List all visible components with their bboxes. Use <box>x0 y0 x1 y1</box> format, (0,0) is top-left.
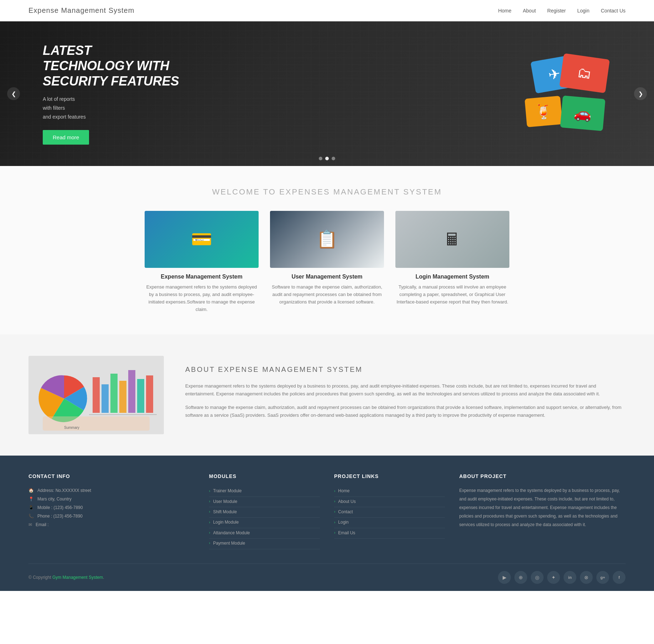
read-more-button[interactable]: Read more <box>43 130 89 145</box>
red-card-icon: 🗂 <box>559 53 610 93</box>
footer-modules-heading: MODULES <box>209 473 320 479</box>
footer-contact-heading: CONTACT INFO <box>28 473 195 479</box>
about-para2: Software to manage the expense claim, au… <box>185 404 626 419</box>
social-skype[interactable]: ◎ <box>531 571 544 584</box>
feature-card-expense: 💳 Expense Management System Expense mana… <box>145 211 259 313</box>
social-dribbble[interactable]: ⊗ <box>580 571 593 584</box>
hero-heading: LATEST TECHNOLOGY WITH SECURITY FEATURES <box>43 43 179 89</box>
feature-card-desc-user: Software to manage the expense claim, au… <box>270 284 384 306</box>
chevron-icon: › <box>209 487 210 495</box>
phone-icon: 📞 <box>28 512 34 520</box>
welcome-heading: WELCOME TO EXPENSES MANAGEMENT SYSTEM <box>28 187 626 197</box>
social-github[interactable]: ⊕ <box>514 571 527 584</box>
svg-text:Summary: Summary <box>64 426 79 430</box>
dot-2[interactable] <box>325 157 329 160</box>
footer-contact-col: CONTACT INFO 🏠 Address: No.XXXXXX street… <box>28 473 195 549</box>
nav-contact[interactable]: Contact Us <box>601 8 626 14</box>
footer-link-login[interactable]: › Login <box>334 518 445 528</box>
green-card-icon: 🚗 <box>560 95 605 131</box>
svg-rect-3 <box>102 384 109 413</box>
about-para1: Expense management refers to the systems… <box>185 382 626 398</box>
slider-next-button[interactable]: ❯ <box>634 87 647 100</box>
svg-rect-8 <box>146 375 153 413</box>
mobile-icon: 📱 <box>28 503 34 512</box>
footer-modules-col: MODULES › Trainer Module › User Module ›… <box>209 473 320 549</box>
feature-card-title-login: Login Management System <box>395 274 509 280</box>
footer-link-home[interactable]: › Home <box>334 486 445 497</box>
social-youtube[interactable]: ▶ <box>498 571 511 584</box>
footer-link-contact[interactable]: › Contact <box>334 507 445 518</box>
feature-cards: 💳 Expense Management System Expense mana… <box>28 211 626 313</box>
feature-card-title-user: User Management System <box>270 274 384 280</box>
svg-rect-6 <box>128 370 135 413</box>
feature-card-desc-login: Typically, a manual process will involve… <box>395 284 509 306</box>
about-text: ABOUT EXPENSE MANAGEMENT SYSTEM Expense … <box>185 365 626 425</box>
chevron-icon: › <box>334 487 335 495</box>
feature-card-user: 📋 User Management System Software to man… <box>270 211 384 313</box>
footer-module-payment[interactable]: › Payment Module <box>209 539 320 549</box>
slider-prev-button[interactable]: ❮ <box>7 87 20 100</box>
footer-module-shift[interactable]: › Shift Module <box>209 507 320 518</box>
footer-about-col: ABOUT PROJECT Expense management refers … <box>459 473 626 549</box>
hero-content: LATEST TECHNOLOGY WITH SECURITY FEATURES… <box>0 21 654 166</box>
hero-section: ❮ LATEST TECHNOLOGY WITH SECURITY FEATUR… <box>0 21 654 166</box>
footer-bottom: © Copyright Gym Management System. ▶ ⊕ ◎… <box>28 564 626 584</box>
about-section: Summary ABOUT EXPENSE MANAGEMENT SYSTEM … <box>0 334 654 456</box>
social-linkedin[interactable]: in <box>564 571 576 584</box>
logo: Expense Management System <box>28 6 134 15</box>
hero-illustration: ✈ 🗂 🍹 🚗 <box>512 54 611 133</box>
chevron-icon: › <box>334 498 335 505</box>
footer-link-email[interactable]: › Email Us <box>334 528 445 539</box>
footer-module-user[interactable]: › User Module <box>209 497 320 507</box>
login-icon: 🖩 <box>395 211 509 268</box>
header: Expense Management System Home About Reg… <box>0 0 654 21</box>
copyright-highlight: Gym Management System <box>52 575 103 580</box>
nav-register[interactable]: Register <box>547 8 566 14</box>
nav: Home About Register Login Contact Us <box>498 8 626 14</box>
footer-module-login[interactable]: › Login Module <box>209 518 320 528</box>
feature-card-img-login: 🖩 <box>395 211 509 268</box>
chevron-icon: › <box>334 508 335 516</box>
copyright-text: © Copyright Gym Management System. <box>28 575 104 580</box>
about-heading: ABOUT EXPENSE MANAGEMENT SYSTEM <box>185 365 626 374</box>
feature-card-login: 🖩 Login Management System Typically, a m… <box>395 211 509 313</box>
footer-phone: 📞 Phone : (123) 456-7890 <box>28 512 195 520</box>
social-facebook[interactable]: f <box>613 571 626 584</box>
svg-rect-7 <box>137 379 144 413</box>
footer-links-col: PROJECT LINKS › Home › About Us › Contac… <box>334 473 445 549</box>
feature-card-title-expense: Expense Management System <box>145 274 259 280</box>
nav-home[interactable]: Home <box>498 8 511 14</box>
about-chart-svg: Summary <box>28 356 164 434</box>
dot-3[interactable] <box>332 157 335 160</box>
about-image: Summary <box>28 356 164 434</box>
footer-module-attendance[interactable]: › Attandance Module <box>209 528 320 539</box>
footer-about-heading: ABOUT PROJECT <box>459 473 626 479</box>
footer-address: 🏠 Address: No.XXXXXX street <box>28 486 195 495</box>
footer-city: 📍 Mars city, Country <box>28 495 195 503</box>
social-googleplus[interactable]: g+ <box>596 571 609 584</box>
feature-card-img-user: 📋 <box>270 211 384 268</box>
footer-mobile: 📱 Mobile : (123) 456-7890 <box>28 503 195 512</box>
nav-login[interactable]: Login <box>577 8 589 14</box>
footer-email: ✉ Email : <box>28 520 195 529</box>
social-twitter[interactable]: ✦ <box>547 571 560 584</box>
svg-rect-10 <box>43 416 150 431</box>
footer-grid: CONTACT INFO 🏠 Address: No.XXXXXX street… <box>28 473 626 549</box>
slider-dots <box>319 157 335 160</box>
footer-module-trainer[interactable]: › Trainer Module <box>209 486 320 497</box>
feature-card-img-expense: 💳 <box>145 211 259 268</box>
footer-links-heading: PROJECT LINKS <box>334 473 445 479</box>
svg-rect-4 <box>110 374 118 413</box>
chevron-icon: › <box>209 498 210 505</box>
feature-card-desc-expense: Expense management refers to the systems… <box>145 284 259 313</box>
chevron-icon: › <box>209 519 210 526</box>
hero-subtext: A lot of reports with filters and export… <box>43 95 179 122</box>
chevron-icon: › <box>209 508 210 516</box>
user-icon: 📋 <box>270 211 384 268</box>
home-icon: 🏠 <box>28 486 34 495</box>
dot-1[interactable] <box>319 157 322 160</box>
nav-about[interactable]: About <box>523 8 536 14</box>
expense-icon: 💳 <box>145 211 259 268</box>
social-icons: ▶ ⊕ ◎ ✦ in ⊗ g+ f <box>498 571 626 584</box>
footer-link-about[interactable]: › About Us <box>334 497 445 507</box>
